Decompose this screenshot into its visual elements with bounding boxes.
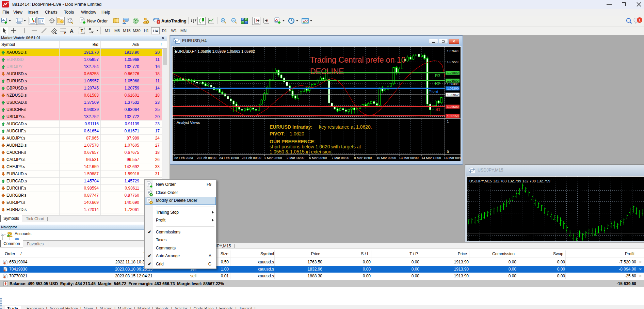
svg-text:28 Feb 00:00: 28 Feb 00:00 xyxy=(242,156,261,160)
svg-text:13 Mar 08:00: 13 Mar 08:00 xyxy=(399,156,419,160)
svg-text:1.07640: 1.07640 xyxy=(447,49,458,53)
svg-text:1.06800: 1.06800 xyxy=(447,71,459,75)
svg-text:14 Mar 16:00: 14 Mar 16:00 xyxy=(421,156,441,160)
svg-text:short positions below 1.0620 w: short positions below 1.0620 with target… xyxy=(270,144,361,149)
svg-text:USDJPY,M15 132.783 132.799 13: USDJPY,M15 132.783 132.799 132.708 132.7… xyxy=(469,179,550,183)
svg-text:E: E xyxy=(55,32,57,34)
svg-text:1.05500: 1.05500 xyxy=(447,105,459,109)
svg-text:1: 1 xyxy=(447,120,449,124)
svg-text:F: F xyxy=(64,32,66,34)
svg-text:1.06200: 1.06200 xyxy=(447,87,459,90)
svg-text:1 Mar 08:00: 1 Mar 08:00 xyxy=(264,156,282,160)
svg-text:8 Mar 16:00: 8 Mar 16:00 xyxy=(354,156,372,160)
svg-text:24 Feb 16:00: 24 Feb 16:00 xyxy=(219,156,239,160)
svg-text:0: 0 xyxy=(447,150,449,154)
svg-text:.Analyst Views: .Analyst Views xyxy=(176,120,200,125)
svg-text:PIVOT:: PIVOT: xyxy=(270,131,285,136)
svg-text:7 Mar 08:00: 7 Mar 08:00 xyxy=(332,156,350,160)
svg-text:1.05962: 1.05962 xyxy=(447,93,459,97)
svg-text:1.06380: 1.06380 xyxy=(447,82,458,86)
svg-text:EUR/USD Intraday:: EUR/USD Intraday: xyxy=(270,124,312,130)
svg-text:EURUSD,H4 1.05896 1.05989 1.0: EURUSD,H4 1.05896 1.05989 1.05862 1.0596… xyxy=(175,49,255,53)
svg-text:Trading Central prefe on 10: Trading Central prefe on 10 xyxy=(310,55,405,64)
svg-text:OUR PREFERENCE:: OUR PREFERENCE: xyxy=(270,139,316,144)
svg-text:6 Mar 00:00: 6 Mar 00:00 xyxy=(309,156,327,160)
svg-text:R2: R2 xyxy=(435,81,440,86)
svg-text:S1: S1 xyxy=(435,107,440,112)
svg-text:1.06500: 1.06500 xyxy=(447,79,459,82)
svg-text:key resistance at 1.0620.: key resistance at 1.0620. xyxy=(319,124,372,130)
svg-text:1.0620: 1.0620 xyxy=(290,131,304,136)
svg-text:R3: R3 xyxy=(435,74,440,78)
svg-text:1.07220: 1.07220 xyxy=(447,60,458,64)
svg-text:DECLINE: DECLINE xyxy=(310,67,344,76)
svg-text:10 Mar 00:00: 10 Mar 00:00 xyxy=(376,156,396,160)
svg-text:22 Feb 2023: 22 Feb 2023 xyxy=(174,156,193,160)
svg-text:1.05150: 1.05150 xyxy=(447,114,459,118)
svg-text:16 Mar 00:00: 16 Mar 00:00 xyxy=(444,156,461,160)
svg-text:23 Feb 08:00: 23 Feb 08:00 xyxy=(197,156,216,160)
svg-text:T: T xyxy=(81,29,83,33)
svg-text:1.0550 & 1.0515 in extension.: 1.0550 & 1.0515 in extension. xyxy=(270,149,333,154)
svg-text:2 Mar 16:00: 2 Mar 16:00 xyxy=(287,156,305,160)
svg-text:Pivot: Pivot xyxy=(429,89,438,94)
svg-text:1: 1 xyxy=(639,18,641,22)
